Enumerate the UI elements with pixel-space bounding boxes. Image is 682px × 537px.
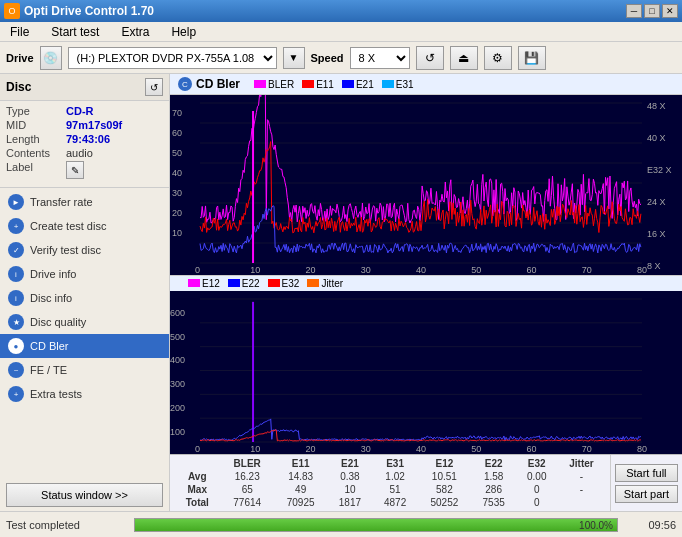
- stats-cell-r1-c1: 49: [274, 483, 327, 496]
- menu-bar: File Start test Extra Help: [0, 22, 682, 42]
- stats-cell-r1-c4: 582: [418, 483, 471, 496]
- sidebar-label-fe-te: FE / TE: [30, 364, 67, 376]
- legend-bler: BLER: [254, 79, 294, 90]
- start-full-btn[interactable]: Start full: [615, 464, 678, 482]
- refresh-btn[interactable]: ↺: [416, 46, 444, 70]
- status-text: Test completed: [6, 519, 126, 531]
- stats-cell-r2-c0: 77614: [221, 496, 274, 509]
- stats-cell-r0-c7: -: [557, 470, 606, 483]
- stats-cell-r2-c1: 70925: [274, 496, 327, 509]
- extra-tests-icon: +: [8, 386, 24, 402]
- col-header-empty: [174, 457, 221, 470]
- col-header-e32: E32: [516, 457, 557, 470]
- stats-cell-r0-c5: 1.58: [471, 470, 516, 483]
- sidebar-item-disc-info[interactable]: i Disc info: [0, 286, 169, 310]
- stats-cell-r1-c0: 65: [221, 483, 274, 496]
- start-part-btn[interactable]: Start part: [615, 485, 678, 503]
- disc-type-value: CD-R: [66, 105, 94, 117]
- settings-btn[interactable]: ⚙: [484, 46, 512, 70]
- legend-jitter: Jitter: [307, 278, 343, 289]
- sidebar-item-transfer-rate[interactable]: ► Transfer rate: [0, 190, 169, 214]
- status-window-btn[interactable]: Status window >>: [6, 483, 163, 507]
- disc-type-label: Type: [6, 105, 66, 117]
- maximize-button[interactable]: □: [644, 4, 660, 18]
- sidebar-item-extra-tests[interactable]: + Extra tests: [0, 382, 169, 406]
- stats-cell-r0-c2: 0.38: [327, 470, 372, 483]
- disc-quality-icon: ★: [8, 314, 24, 330]
- stats-cell-r1-c6: 0: [516, 483, 557, 496]
- stats-cell-r0-c3: 1.02: [373, 470, 418, 483]
- app-icon: O: [4, 3, 20, 19]
- time-display: 09:56: [626, 519, 676, 531]
- sidebar-item-create-test-disc[interactable]: + Create test disc: [0, 214, 169, 238]
- stats-area: BLER E11 E21 E31 E12 E22 E32 Jitter Avg1…: [170, 454, 682, 511]
- drive-info-icon: i: [8, 266, 24, 282]
- sidebar-item-verify-test-disc[interactable]: ✓ Verify test disc: [0, 238, 169, 262]
- btn-container: Start full Start part: [610, 455, 682, 511]
- menu-file[interactable]: File: [4, 23, 35, 41]
- bottom-chart-header: E12 E22 E32 Jitter: [170, 275, 682, 291]
- chart-title: CD Bler: [196, 77, 240, 91]
- col-header-bler: BLER: [221, 457, 274, 470]
- disc-mid-value: 97m17s09f: [66, 119, 122, 131]
- legend-e12: E12: [188, 278, 220, 289]
- title-bar: O Opti Drive Control 1.70 ─ □ ✕: [0, 0, 682, 22]
- disc-info-icon: i: [8, 290, 24, 306]
- progress-label: 100.0%: [579, 520, 613, 531]
- legend-e31: E31: [382, 79, 414, 90]
- menu-start-test[interactable]: Start test: [45, 23, 105, 41]
- stats-row-label-2: Total: [174, 496, 221, 509]
- menu-extra[interactable]: Extra: [115, 23, 155, 41]
- stats-cell-r1-c2: 10: [327, 483, 372, 496]
- eject-btn[interactable]: ⏏: [450, 46, 478, 70]
- drive-toolbar: Drive 💿 (H:) PLEXTOR DVDR PX-755A 1.08 ▼…: [0, 42, 682, 74]
- sidebar-label-transfer-rate: Transfer rate: [30, 196, 93, 208]
- progress-bar: [135, 519, 617, 531]
- stats-cell-r0-c1: 14.83: [274, 470, 327, 483]
- stats-cell-r2-c6: 0: [516, 496, 557, 509]
- cd-bler-icon: ●: [8, 338, 24, 354]
- drive-select[interactable]: (H:) PLEXTOR DVDR PX-755A 1.08: [68, 47, 277, 69]
- save-btn[interactable]: 💾: [518, 46, 546, 70]
- fe-te-icon: ~: [8, 362, 24, 378]
- disc-label-label: Label: [6, 161, 66, 179]
- transfer-rate-icon: ►: [8, 194, 24, 210]
- sidebar-label-create-test-disc: Create test disc: [30, 220, 106, 232]
- disc-header-title: Disc: [6, 80, 31, 94]
- create-test-disc-icon: +: [8, 218, 24, 234]
- disc-length-label: Length: [6, 133, 66, 145]
- stats-cell-r0-c6: 0.00: [516, 470, 557, 483]
- sidebar-item-drive-info[interactable]: i Drive info: [0, 262, 169, 286]
- close-button[interactable]: ✕: [662, 4, 678, 18]
- sidebar-item-fe-te[interactable]: ~ FE / TE: [0, 358, 169, 382]
- disc-contents-value: audio: [66, 147, 93, 159]
- speed-label: Speed: [311, 52, 344, 64]
- stats-cell-r1-c3: 51: [373, 483, 418, 496]
- bottom-chart: [170, 291, 682, 454]
- speed-select[interactable]: 8 X 4 X 12 X 16 X: [350, 47, 410, 69]
- stats-cell-r0-c0: 16.23: [221, 470, 274, 483]
- legend-e11: E11: [302, 79, 334, 90]
- disc-label-edit-btn[interactable]: ✎: [66, 161, 84, 179]
- disc-refresh-btn[interactable]: ↺: [145, 78, 163, 96]
- sidebar-label-cd-bler: CD Bler: [30, 340, 69, 352]
- sidebar-item-cd-bler[interactable]: ● CD Bler: [0, 334, 169, 358]
- minimize-button[interactable]: ─: [626, 4, 642, 18]
- sidebar-label-disc-info: Disc info: [30, 292, 72, 304]
- legend-e21: E21: [342, 79, 374, 90]
- progress-container: 100.0%: [134, 518, 618, 532]
- sidebar-label-verify-test-disc: Verify test disc: [30, 244, 101, 256]
- menu-help[interactable]: Help: [165, 23, 202, 41]
- stats-cell-r2-c5: 7535: [471, 496, 516, 509]
- sidebar-item-disc-quality[interactable]: ★ Disc quality: [0, 310, 169, 334]
- col-header-jitter: Jitter: [557, 457, 606, 470]
- chart-title-icon: C: [178, 77, 192, 91]
- app-title: Opti Drive Control 1.70: [24, 4, 154, 18]
- drive-icon: 💿: [40, 46, 62, 70]
- legend-e32: E32: [268, 278, 300, 289]
- drive-arrow-btn[interactable]: ▼: [283, 47, 305, 69]
- verify-test-disc-icon: ✓: [8, 242, 24, 258]
- stats-row-label-0: Avg: [174, 470, 221, 483]
- sidebar-label-extra-tests: Extra tests: [30, 388, 82, 400]
- stats-cell-r2-c4: 50252: [418, 496, 471, 509]
